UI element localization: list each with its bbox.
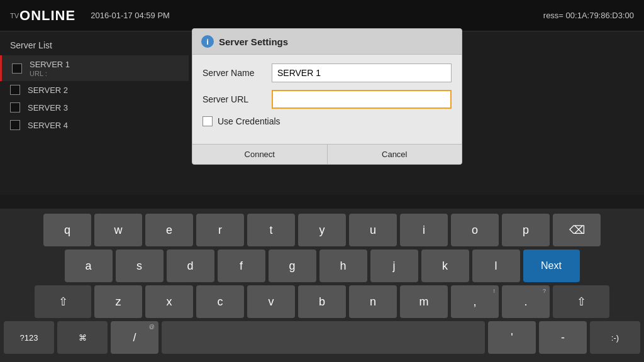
key-z[interactable]: z — [94, 285, 142, 318]
server-1-checkbox[interactable] — [12, 63, 22, 74]
credentials-label: Use Credentials — [218, 116, 280, 126]
key-s[interactable]: s — [116, 250, 164, 282]
cancel-button[interactable]: Cancel — [328, 145, 462, 164]
keyboard-row-2: a s d f g h j k l Next — [4, 250, 640, 282]
comma-super: ! — [493, 288, 495, 294]
key-g[interactable]: g — [269, 250, 316, 282]
key-u[interactable]: u — [349, 214, 397, 246]
key-t[interactable]: t — [247, 214, 295, 246]
header: TV ONLINE 2016-01-17 04:59 PM ress= 00:1… — [0, 0, 644, 31]
key-v[interactable]: v — [247, 285, 295, 318]
server-2-name: SERVER 2 — [28, 85, 68, 95]
key-r[interactable]: r — [196, 214, 244, 246]
slash-super: @ — [149, 324, 155, 330]
connect-button[interactable]: Connect — [192, 145, 328, 164]
server-list-title: Server List — [0, 38, 189, 55]
dialog-buttons: Connect Cancel — [192, 144, 462, 164]
server-url-input[interactable] — [272, 90, 452, 109]
server-4-checkbox[interactable] — [10, 120, 20, 130]
server-name-input[interactable] — [272, 63, 452, 82]
server-name-row: Server Name — [203, 63, 452, 82]
key-c[interactable]: c — [196, 285, 244, 318]
key-j[interactable]: j — [370, 250, 418, 282]
keyboard-row-1: q w e r t y u i o p ⌫ — [4, 214, 640, 246]
next-button[interactable]: Next — [523, 250, 580, 282]
server-1-name: SERVER 1 — [30, 60, 70, 69]
smiley-key[interactable]: :-) — [590, 321, 640, 354]
server-list-item-2[interactable]: SERVER 2 — [0, 81, 189, 99]
credentials-checkbox[interactable] — [203, 116, 213, 126]
key-n[interactable]: n — [349, 285, 397, 318]
key-d[interactable]: d — [167, 250, 214, 282]
dialog-body: Server Name Server URL Use Credentials — [192, 55, 462, 144]
server-list-item-4[interactable]: SERVER 4 — [0, 116, 189, 134]
period-super: ? — [543, 288, 546, 294]
backspace-key[interactable]: ⌫ — [553, 214, 601, 246]
dialog-info-icon: i — [201, 35, 214, 48]
key-f[interactable]: f — [218, 250, 265, 282]
key-period[interactable]: . ? — [502, 285, 550, 318]
server-name-label: Server Name — [203, 68, 272, 78]
numbers-key[interactable]: ?123 — [4, 321, 54, 354]
slash-key[interactable]: / @ — [111, 321, 158, 354]
server-url-row: Server URL — [203, 90, 452, 109]
key-w[interactable]: w — [94, 214, 142, 246]
keyboard-row-4: ?123 ⌘ / @ ' - :-) — [4, 321, 640, 354]
backspace-icon: ⌫ — [569, 223, 585, 237]
key-o[interactable]: o — [451, 214, 499, 246]
key-l[interactable]: l — [472, 250, 520, 282]
dash-key[interactable]: - — [539, 321, 587, 354]
header-datetime: 2016-01-17 04:59 PM — [91, 11, 170, 20]
key-k[interactable]: k — [421, 250, 469, 282]
logo-tv-text: TV — [10, 12, 19, 19]
dialog-title: Server Settings — [219, 36, 288, 47]
apostrophe-key[interactable]: ' — [488, 321, 536, 354]
key-x[interactable]: x — [145, 285, 193, 318]
key-e[interactable]: e — [145, 214, 193, 246]
dialog-header: i Server Settings — [192, 29, 462, 55]
symbol-key[interactable]: ⌘ — [57, 321, 108, 354]
logo-online-text: ONLINE — [19, 8, 75, 24]
header-mac-address: ress= 00:1A:79:86:D3:00 — [543, 11, 634, 20]
keyboard-panel: q w e r t y u i o p ⌫ a s d f g h j k l … — [0, 209, 644, 362]
keyboard-row-3: ⇧ z x c v b n m , ! . ? ⇧ — [4, 285, 640, 318]
server-list-panel: Server List SERVER 1 URL : SERVER 2 SERV… — [0, 31, 189, 195]
key-p[interactable]: p — [502, 214, 550, 246]
shift-left-key[interactable]: ⇧ — [35, 285, 91, 318]
server-2-checkbox[interactable] — [10, 85, 20, 95]
server-url-label: Server URL — [203, 94, 272, 104]
key-comma[interactable]: , ! — [451, 285, 499, 318]
key-q[interactable]: q — [43, 214, 91, 246]
server-1-url-label: URL : — [30, 70, 70, 77]
server-4-name: SERVER 4 — [28, 121, 68, 130]
key-y[interactable]: y — [298, 214, 346, 246]
key-a[interactable]: a — [65, 250, 113, 282]
server-settings-dialog: i Server Settings Server Name Server URL… — [192, 28, 462, 165]
key-b[interactable]: b — [298, 285, 346, 318]
key-h[interactable]: h — [319, 250, 367, 282]
key-m[interactable]: m — [400, 285, 448, 318]
space-key[interactable] — [162, 321, 485, 354]
logo: TV ONLINE — [10, 8, 75, 24]
server-list-item-1[interactable]: SERVER 1 URL : — [0, 55, 189, 81]
server-3-checkbox[interactable] — [10, 102, 20, 112]
shift-right-key[interactable]: ⇧ — [553, 285, 609, 318]
credentials-row: Use Credentials — [203, 116, 452, 126]
server-3-name: SERVER 3 — [28, 103, 68, 112]
key-i[interactable]: i — [400, 214, 448, 246]
server-list-item-3[interactable]: SERVER 3 — [0, 99, 189, 116]
